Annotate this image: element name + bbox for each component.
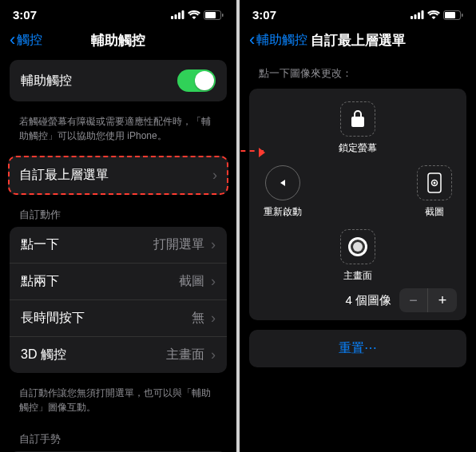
page-title: 自訂最上層選單 xyxy=(311,31,406,50)
svg-point-17 xyxy=(434,182,436,184)
custom-actions-header: 自訂動作 xyxy=(0,203,236,227)
custom-gestures-header: 自訂手勢 xyxy=(0,427,236,451)
icon-label: 重新啟動 xyxy=(264,205,302,219)
content: 輔助觸控 若觸碰螢幕有障礙或需要適應性配件時，「輔助觸控」可以協助您使用 iPh… xyxy=(0,60,236,452)
three-d-touch-row[interactable]: 3D 觸控 主畫面› xyxy=(10,337,227,373)
icon-item-restart[interactable]: 重新啟動 xyxy=(264,165,302,219)
left-screenshot: 3:07 ‹ 觸控 輔助觸控 輔助觸控 若觸碰螢幕有障礙或需要適應性配件時，「輔… xyxy=(0,0,236,452)
screenshot-icon xyxy=(417,165,452,200)
svg-rect-12 xyxy=(445,12,455,18)
right-screenshot: 3:07 ‹ 輔助觸控 自訂最上層選單 點一下圖像來更改： 鎖定螢幕 xyxy=(240,0,476,452)
reset-button[interactable]: 重置⋯ xyxy=(249,330,466,367)
long-press-row[interactable]: 長時間按下 無› xyxy=(10,300,227,337)
row-label: 點兩下 xyxy=(21,273,59,290)
actions-footer: 自訂動作讓您無須打開選單，也可以與「輔助觸控」圖像互動。 xyxy=(0,381,236,427)
signal-icon xyxy=(171,10,184,19)
svg-point-20 xyxy=(353,242,363,252)
chevron-right-icon: › xyxy=(212,167,217,184)
svg-rect-5 xyxy=(205,12,216,18)
single-tap-row[interactable]: 點一下 打開選單› xyxy=(10,227,227,264)
custom-actions-group: 點一下 打開選單› 點兩下 截圖› 長時間按下 無› 3D 觸控 主畫面› xyxy=(10,227,227,373)
icon-count-stepper: − + xyxy=(399,288,457,312)
back-button[interactable]: ‹ 輔助觸控 xyxy=(249,31,307,49)
status-bar: 3:07 xyxy=(240,0,476,26)
wifi-icon xyxy=(188,10,200,19)
icon-item-home[interactable]: 主畫面 xyxy=(340,229,375,283)
wifi-icon xyxy=(427,10,440,19)
back-label: 輔助觸控 xyxy=(256,32,307,49)
svg-rect-8 xyxy=(415,14,417,19)
double-tap-row[interactable]: 點兩下 截圖› xyxy=(10,264,227,300)
svg-rect-0 xyxy=(171,16,173,19)
svg-rect-10 xyxy=(422,10,424,19)
restart-icon xyxy=(265,165,300,200)
status-indicators xyxy=(171,10,224,20)
lock-icon xyxy=(340,101,375,137)
chevron-left-icon: ‹ xyxy=(10,31,15,49)
battery-icon xyxy=(443,10,463,20)
customize-top-menu-row[interactable]: 自訂最上層選單 › xyxy=(10,157,227,193)
icon-label: 主畫面 xyxy=(343,269,372,283)
toggle-group: 輔助觸控 xyxy=(10,60,227,101)
svg-rect-9 xyxy=(418,13,420,20)
stepper-plus[interactable]: + xyxy=(428,288,457,312)
icon-label: 鎖定螢幕 xyxy=(339,141,377,155)
toggle-switch[interactable] xyxy=(177,69,216,92)
icon-item-lock[interactable]: 鎖定螢幕 xyxy=(339,101,377,155)
row-value: 主畫面 xyxy=(166,347,204,363)
battery-icon xyxy=(204,10,224,20)
status-bar: 3:07 xyxy=(0,0,236,26)
svg-rect-2 xyxy=(178,13,180,20)
back-button[interactable]: ‹ 觸控 xyxy=(10,31,42,49)
row-label: 點一下 xyxy=(21,236,59,253)
customize-label: 自訂最上層選單 xyxy=(19,167,109,184)
svg-marker-14 xyxy=(280,180,285,186)
status-time: 3:07 xyxy=(13,8,37,22)
row-label: 3D 觸控 xyxy=(21,347,66,363)
counter-text: 4 個圖像 xyxy=(345,293,391,308)
svg-rect-1 xyxy=(175,14,177,19)
icon-panel: 鎖定螢幕 重新啟動 截圖 xyxy=(249,89,466,320)
stepper-minus[interactable]: − xyxy=(399,288,428,312)
svg-rect-6 xyxy=(222,14,224,17)
status-indicators xyxy=(411,10,463,20)
chevron-right-icon: › xyxy=(211,310,216,327)
icon-grid: 鎖定螢幕 重新啟動 截圖 xyxy=(256,100,460,283)
status-time: 3:07 xyxy=(252,8,276,22)
reset-label: 重置⋯ xyxy=(339,341,377,355)
icon-label: 截圖 xyxy=(425,205,444,219)
row-label: 長時間按下 xyxy=(21,310,85,327)
hint-text: 點一下圖像來更改： xyxy=(240,60,476,89)
chevron-right-icon: › xyxy=(211,347,216,363)
content: 點一下圖像來更改： 鎖定螢幕 重新啟動 xyxy=(240,60,476,452)
row-value: 無 xyxy=(192,310,204,327)
row-value: 打開選單 xyxy=(153,236,204,253)
toggle-label: 輔助觸控 xyxy=(21,73,72,89)
svg-rect-7 xyxy=(411,16,413,19)
icon-item-screenshot[interactable]: 截圖 xyxy=(417,165,452,219)
svg-rect-13 xyxy=(462,14,463,17)
customize-top-menu-group: 自訂最上層選單 › xyxy=(8,156,228,195)
back-label: 觸控 xyxy=(17,32,42,49)
counter-row: 4 個圖像 − + xyxy=(256,283,460,312)
chevron-right-icon: › xyxy=(211,236,216,253)
row-value: 截圖 xyxy=(179,273,204,290)
page-title: 輔助觸控 xyxy=(91,31,145,50)
assistive-touch-toggle-row[interactable]: 輔助觸控 xyxy=(10,60,227,101)
chevron-right-icon: › xyxy=(211,273,216,290)
nav-bar: ‹ 觸控 輔助觸控 xyxy=(0,26,236,60)
chevron-left-icon: ‹ xyxy=(249,31,255,49)
home-icon xyxy=(340,229,375,264)
nav-bar: ‹ 輔助觸控 自訂最上層選單 xyxy=(240,26,476,60)
svg-rect-3 xyxy=(182,10,184,19)
signal-icon xyxy=(411,10,424,19)
toggle-footer: 若觸碰螢幕有障礙或需要適應性配件時，「輔助觸控」可以協助您使用 iPhone。 xyxy=(0,109,236,156)
